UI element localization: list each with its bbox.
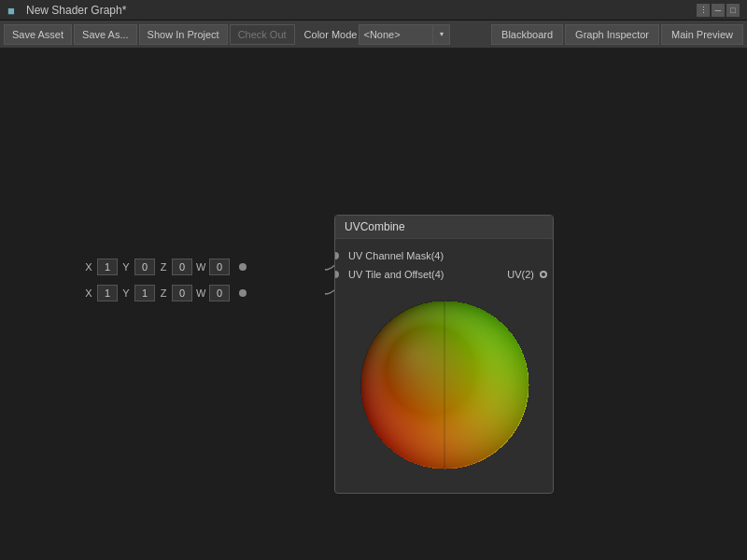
- port2-left-dot: [334, 271, 339, 278]
- output-label: UV(2): [507, 269, 534, 280]
- maximize-button[interactable]: □: [726, 4, 740, 17]
- port-row-1: UV Channel Mask(4): [335, 246, 553, 265]
- color-mode-label: Color Mode: [304, 29, 358, 40]
- z-label-2: Z: [159, 287, 168, 299]
- input-row-2: X Y Z W: [84, 285, 247, 301]
- z-input-1[interactable]: [172, 259, 192, 275]
- save-asset-button[interactable]: Save Asset: [4, 24, 72, 45]
- graph-inspector-tab[interactable]: Graph Inspector: [565, 24, 659, 45]
- uvcombine-node[interactable]: UVCombine UV Channel Mask(4) UV Tile and…: [334, 215, 554, 494]
- canvas-area[interactable]: X Y Z W X Y Z W UVCombine UV Channel Mas…: [0, 49, 747, 560]
- y-input-1[interactable]: [134, 259, 155, 275]
- row1-output-dot: [239, 263, 247, 271]
- row2-output-dot: [239, 289, 247, 297]
- title-controls: ⋮ ─ □: [697, 4, 740, 17]
- select-arrow-icon: ▾: [433, 24, 450, 45]
- y-input-2[interactable]: [134, 285, 155, 301]
- main-preview-tab[interactable]: Main Preview: [661, 24, 743, 45]
- y-label-1: Y: [121, 261, 131, 273]
- w-label-2: W: [196, 287, 205, 299]
- toolbar: Save Asset Save As... Show In Project Ch…: [0, 21, 747, 49]
- preview-canvas: [351, 291, 538, 478]
- minimize-button[interactable]: ─: [712, 4, 725, 17]
- w-input-1[interactable]: [209, 259, 230, 275]
- x-input-2[interactable]: [97, 285, 118, 301]
- title-left: ■ New Shader Graph*: [7, 4, 126, 17]
- color-mode-select[interactable]: <None>: [359, 24, 433, 45]
- uvcombine-body: UV Channel Mask(4) UV Tile and Offset(4)…: [335, 239, 553, 493]
- port1-left-dot: [334, 252, 339, 259]
- w-label-1: W: [196, 261, 205, 273]
- window-icon: ■: [7, 4, 21, 17]
- x-input-1[interactable]: [97, 259, 118, 275]
- uvcombine-header: UVCombine: [335, 216, 553, 239]
- blackboard-tab[interactable]: Blackboard: [491, 24, 563, 45]
- menu-button[interactable]: ⋮: [697, 4, 710, 17]
- title-text: New Shader Graph*: [26, 4, 126, 17]
- port2-label: UV Tile and Offset(4): [346, 269, 507, 280]
- color-mode-select-wrap: <None> ▾: [359, 24, 450, 45]
- y-label-2: Y: [121, 287, 131, 299]
- z-label-1: Z: [159, 261, 168, 273]
- x-label-1: X: [84, 261, 93, 273]
- z-input-2[interactable]: [172, 285, 192, 301]
- check-out-button[interactable]: Check Out: [230, 24, 295, 45]
- show-in-project-button[interactable]: Show In Project: [139, 24, 228, 45]
- save-as-button[interactable]: Save As...: [74, 24, 137, 45]
- output-dot: [540, 271, 547, 278]
- title-bar: ■ New Shader Graph* ⋮ ─ □: [0, 0, 747, 21]
- w-input-2[interactable]: [209, 285, 230, 301]
- port1-label: UV Channel Mask(4): [346, 250, 553, 261]
- x-label-2: X: [84, 287, 93, 299]
- port-row-2: UV Tile and Offset(4) UV(2): [335, 265, 553, 284]
- input-row-1: X Y Z W: [84, 259, 247, 275]
